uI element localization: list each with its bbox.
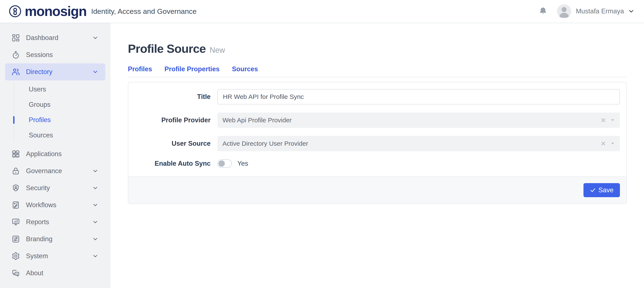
gear-icon <box>12 252 20 260</box>
sidebar-item-governance[interactable]: Governance <box>0 162 110 179</box>
stopwatch-icon <box>12 51 20 59</box>
auto-sync-toggle[interactable] <box>217 159 232 168</box>
sidebar-item-label: Branding <box>26 235 52 243</box>
auto-sync-label: Enable Auto Sync <box>135 160 210 167</box>
active-item-marker <box>13 116 14 124</box>
sidebar-item-label: Workflows <box>26 201 56 209</box>
user-source-value: Active Directory User Provider <box>222 140 600 147</box>
tabs-divider <box>128 77 627 77</box>
help-icon <box>12 269 20 277</box>
chevron-down-icon <box>92 35 98 41</box>
title-input[interactable] <box>217 89 620 104</box>
sub-item-label: Groups <box>29 101 50 109</box>
save-button-label: Save <box>598 186 614 194</box>
app-screen: monosign Identity, Access and Governance… <box>0 0 644 288</box>
sidebar-item-sources[interactable]: Sources <box>0 128 110 143</box>
sidebar-item-label: Security <box>26 184 50 192</box>
title-label: Title <box>135 93 210 101</box>
reports-icon <box>12 218 20 226</box>
page-subtitle: New <box>210 46 225 55</box>
profile-provider-value: Web Api Profile Provider <box>222 117 600 124</box>
shield-icon <box>12 184 20 192</box>
chevron-down-icon <box>92 69 98 75</box>
auto-sync-state: Yes <box>238 160 248 167</box>
form-body: Title Profile Provider Web Api Profile P… <box>128 82 626 176</box>
page-title: Profile Source <box>128 42 206 55</box>
chevron-down-icon <box>92 168 98 174</box>
tab-sources[interactable]: Sources <box>232 65 258 73</box>
sidebar-item-system[interactable]: System <box>0 248 110 265</box>
users-icon <box>12 68 20 76</box>
clear-x-icon[interactable] <box>600 141 606 146</box>
auto-sync-row: Enable Auto Sync Yes <box>135 159 620 168</box>
sidebar-item-sessions[interactable]: Sessions <box>0 46 110 63</box>
brand-logo[interactable]: monosign Identity, Access and Governance <box>8 3 196 19</box>
sub-item-label: Profiles <box>29 116 51 124</box>
profile-source-form-card: Title Profile Provider Web Api Profile P… <box>128 82 627 204</box>
sidebar-item-label: Sessions <box>26 51 53 59</box>
sidebar-item-label: Governance <box>26 167 62 175</box>
main-content: Profile Source New Profiles Profile Prop… <box>110 23 644 288</box>
app-body: Dashboard Sessions Directory <box>0 23 644 288</box>
sidebar-item-users[interactable]: Users <box>0 82 110 97</box>
user-source-select[interactable]: Active Directory User Provider <box>217 136 620 151</box>
sidebar-item-label: Dashboard <box>26 34 58 42</box>
avatar[interactable] <box>557 4 571 18</box>
profile-provider-field-wrap: Web Api Profile Provider <box>217 113 620 128</box>
sidebar-item-label: Applications <box>26 150 62 158</box>
lock-icon <box>12 167 20 175</box>
sidebar-item-dashboard[interactable]: Dashboard <box>0 29 110 46</box>
sidebar-item-workflows[interactable]: Workflows <box>0 197 110 214</box>
chevron-down-icon <box>92 185 98 191</box>
user-source-field-wrap: Active Directory User Provider <box>217 136 620 151</box>
profile-provider-row: Profile Provider Web Api Profile Provide… <box>135 113 620 128</box>
caret-down-icon[interactable] <box>610 142 615 145</box>
profile-provider-select[interactable]: Web Api Profile Provider <box>217 113 620 128</box>
user-source-label: User Source <box>135 140 210 147</box>
sidebar-item-label: Reports <box>26 218 49 226</box>
auto-sync-field-wrap: Yes <box>217 159 620 168</box>
sidebar-item-security[interactable]: Security <box>0 179 110 197</box>
user-source-row: User Source Active Directory User Provid… <box>135 136 620 151</box>
apps-icon <box>12 150 20 158</box>
sidebar-item-label: Directory <box>26 68 52 76</box>
brand-tagline: Identity, Access and Governance <box>91 7 197 15</box>
sidebar-item-label: System <box>26 252 48 260</box>
workflow-icon <box>12 201 20 209</box>
tab-profile-properties[interactable]: Profile Properties <box>164 65 220 73</box>
sidebar-item-profiles[interactable]: Profiles <box>0 112 110 128</box>
chevron-down-icon[interactable] <box>628 8 634 15</box>
sidebar-item-groups[interactable]: Groups <box>0 97 110 112</box>
toggle-knob <box>218 160 225 167</box>
bell-icon[interactable] <box>538 6 548 16</box>
clear-x-icon[interactable] <box>600 117 606 123</box>
sidebar-item-branding[interactable]: Branding <box>0 231 110 248</box>
monosign-keyhole-icon <box>8 5 22 18</box>
check-icon <box>590 187 596 193</box>
user-name[interactable]: Mustafa Ermaya <box>576 7 624 15</box>
tab-bar: Profiles Profile Properties Sources <box>128 65 627 73</box>
title-field-wrap <box>217 89 620 104</box>
sidebar-item-applications[interactable]: Applications <box>0 145 110 162</box>
sliders-icon <box>12 235 20 243</box>
sub-item-label: Users <box>29 86 46 93</box>
sidebar-item-reports[interactable]: Reports <box>0 214 110 231</box>
directory-sub-list: Users Groups Profiles Sources <box>0 82 110 143</box>
sidebar-item-directory[interactable]: Directory <box>5 63 105 80</box>
chevron-down-icon <box>92 202 98 208</box>
form-footer: Save <box>128 176 626 204</box>
sidebar-item-label: About <box>26 269 43 277</box>
tab-profiles[interactable]: Profiles <box>128 65 152 73</box>
profile-provider-label: Profile Provider <box>135 116 210 124</box>
sidebar: Dashboard Sessions Directory <box>0 23 110 288</box>
page-title-row: Profile Source New <box>128 42 627 55</box>
chevron-down-icon <box>92 236 98 242</box>
caret-down-icon[interactable] <box>610 119 615 122</box>
chevron-down-icon <box>92 219 98 225</box>
top-header: monosign Identity, Access and Governance… <box>0 0 644 23</box>
sidebar-item-about[interactable]: About <box>0 265 110 282</box>
header-actions: Mustafa Ermaya <box>538 4 634 18</box>
dashboard-icon <box>12 34 20 42</box>
save-button[interactable]: Save <box>584 183 620 197</box>
chevron-down-icon <box>92 253 98 259</box>
